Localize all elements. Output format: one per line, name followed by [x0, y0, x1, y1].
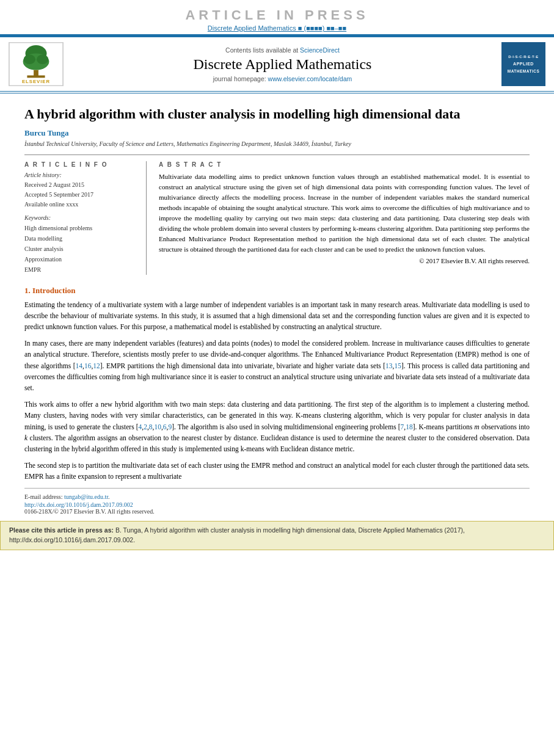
email-label: E-mail address: — [24, 493, 62, 500]
abstract-col: A B S T R A C T Multivariate data modell… — [159, 161, 530, 275]
issn-line: 0166-218X/© 2017 Elsevier B.V. All right… — [24, 508, 530, 515]
journal-homepage: journal homepage: www.elsevier.com/locat… — [70, 75, 495, 82]
svg-rect-5 — [34, 70, 38, 76]
article-history: Received 2 August 2015 Accepted 5 Septem… — [24, 180, 137, 209]
footnote-area: E-mail address: tungab@itu.edu.tr. http:… — [24, 488, 530, 515]
ref-6[interactable]: 6 — [163, 423, 167, 431]
header-bottom-divider — [0, 93, 554, 93]
article-info-col: A R T I C L E I N F O Article history: R… — [24, 161, 147, 275]
intro-para3: This work aims to offer a new hybrid alg… — [24, 399, 530, 455]
please-cite-label: Please cite this article in press as: — [9, 526, 115, 534]
homepage-link[interactable]: www.elsevier.com/locate/dam — [268, 75, 352, 82]
email-footnote: E-mail address: tungab@itu.edu.tr. — [24, 492, 530, 501]
author-affiliation: İstanbul Technical University, Faculty o… — [24, 140, 530, 147]
svg-text:ELSEVIER: ELSEVIER — [22, 79, 50, 84]
dam-line1: D·I·S·C·R·E·T·E — [508, 54, 539, 59]
article-in-press-banner: ARTICLE IN PRESS Discrete Applied Mathem… — [0, 0, 554, 34]
keyword-3: Cluster analysis — [24, 244, 137, 254]
available-online: Available online xxxx — [24, 200, 137, 209]
dam-line3: MATHEMATICS — [508, 68, 540, 74]
intro-para2: In many cases, there are many independen… — [24, 338, 530, 394]
intro-para4: The second step is to partition the mult… — [24, 460, 530, 482]
ref-9[interactable]: 9 — [168, 423, 172, 431]
svg-point-4 — [37, 54, 48, 64]
intro-heading-text: 1. Introduction — [24, 286, 76, 295]
author-name: Burcu Tunga — [24, 128, 530, 138]
intro-para1: Estimating the tendency of a multivariat… — [24, 299, 530, 333]
introduction-heading: 1. Introduction — [24, 286, 530, 296]
ref-8[interactable]: 8 — [149, 423, 153, 431]
citation-bar: Please cite this article in press as: B.… — [0, 521, 554, 550]
keyword-4: Approximation — [24, 254, 137, 264]
doi-line[interactable]: http://dx.doi.org/10.1016/j.dam.2017.09.… — [24, 501, 530, 508]
contents-line: Contents lists available at ScienceDirec… — [70, 46, 495, 54]
ref-2[interactable]: 2 — [144, 423, 147, 431]
ref-16[interactable]: 16 — [84, 362, 92, 369]
journal-link-banner[interactable]: Discrete Applied Mathematics ■ (■■■■) ■■… — [0, 24, 554, 32]
journal-title-center: Contents lists available at ScienceDirec… — [70, 46, 495, 82]
keyword-1: High dimensional problems — [24, 223, 137, 233]
keyword-2: Data modelling — [24, 233, 137, 244]
ref-7[interactable]: 7 — [401, 423, 404, 431]
article-info-label: A R T I C L E I N F O — [24, 161, 137, 168]
copyright-line: © 2017 Elsevier B.V. All rights reserved… — [159, 257, 530, 264]
ref-18[interactable]: 18 — [406, 423, 413, 431]
keyword-5: EMPR — [24, 264, 137, 275]
ref-14[interactable]: 14 — [76, 362, 83, 369]
accepted-date: Accepted 5 September 2017 — [24, 190, 137, 200]
article-title: A hybrid algorithm with cluster analysis… — [24, 106, 530, 123]
dam-line2: APPLIED — [513, 61, 534, 67]
keywords-label: Keywords: — [24, 214, 137, 221]
ref-10[interactable]: 10 — [154, 423, 161, 431]
ref-13[interactable]: 13 — [385, 362, 393, 369]
ref-15[interactable]: 15 — [394, 362, 401, 369]
elsevier-logo-svg: ELSEVIER — [9, 43, 64, 85]
abstract-label: A B S T R A C T — [159, 161, 530, 168]
email-link[interactable]: tungab@itu.edu.tr — [64, 493, 108, 500]
abstract-text: Multivariate data modelling aims to pred… — [159, 172, 530, 255]
keywords-list: High dimensional problems Data modelling… — [24, 223, 137, 275]
dam-logo-box: D·I·S·C·R·E·T·E APPLIED MATHEMATICS — [501, 42, 545, 86]
history-label: Article history: — [24, 172, 137, 178]
journal-main-title: Discrete Applied Mathematics — [70, 56, 495, 73]
two-col-section: A R T I C L E I N F O Article history: R… — [24, 154, 530, 275]
ref-12[interactable]: 12 — [93, 362, 100, 369]
article-in-press-label: ARTICLE IN PRESS — [0, 7, 554, 23]
received-date: Received 2 August 2015 — [24, 180, 137, 190]
main-content: A hybrid algorithm with cluster analysis… — [0, 95, 554, 515]
journal-header: ELSEVIER Contents lists available at Sci… — [0, 36, 554, 92]
elsevier-logo: ELSEVIER — [9, 42, 64, 86]
svg-point-3 — [24, 54, 35, 64]
sciencedirect-link[interactable]: ScienceDirect — [300, 46, 340, 54]
ref-4[interactable]: 4 — [139, 423, 142, 431]
svg-rect-6 — [27, 75, 45, 78]
